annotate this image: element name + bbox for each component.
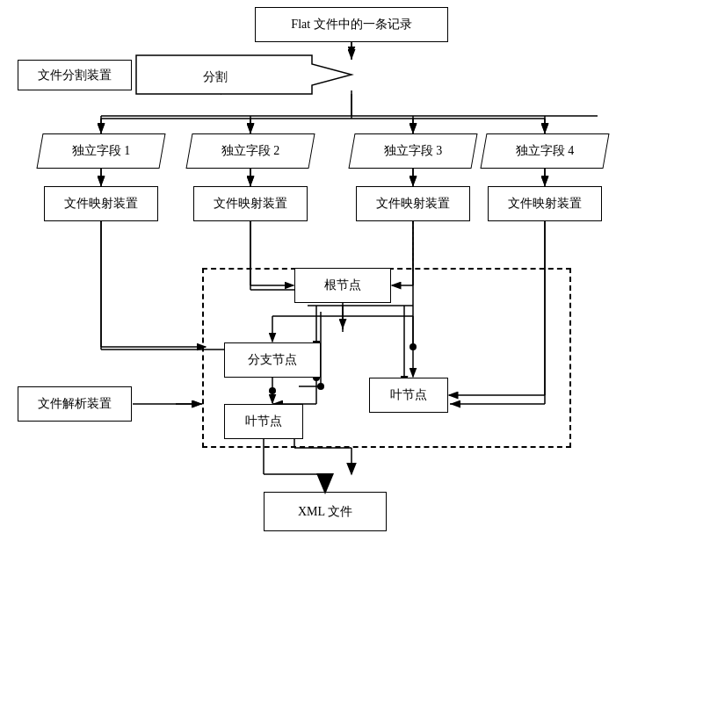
field1-box: 独立字段 1: [40, 133, 163, 169]
map-device4-label: 文件映射装置: [508, 196, 582, 212]
leaf-node2-label: 叶节点: [245, 414, 282, 429]
map-device3-box: 文件映射装置: [356, 186, 470, 221]
map-device1-box: 文件映射装置: [44, 186, 158, 221]
file-split-device-box: 文件分割装置: [18, 60, 132, 90]
root-node-label: 根节点: [324, 278, 361, 293]
leaf-node1-box: 叶节点: [369, 378, 448, 413]
field4-label: 独立字段 4: [516, 143, 575, 159]
field2-box: 独立字段 2: [189, 133, 312, 169]
leaf-node1-label: 叶节点: [390, 387, 427, 403]
field3-box: 独立字段 3: [352, 133, 475, 169]
flat-record-box: Flat 文件中的一条记录: [255, 7, 448, 42]
map-device4-box: 文件映射装置: [488, 186, 602, 221]
xml-file-box: XML 文件: [264, 492, 387, 531]
xml-file-label: XML 文件: [298, 504, 352, 520]
field4-box: 独立字段 4: [483, 133, 606, 169]
file-split-device-label: 文件分割装置: [38, 68, 112, 83]
map-device2-label: 文件映射装置: [214, 196, 287, 212]
branch-node-box: 分支节点: [224, 342, 321, 378]
map-device2-box: 文件映射装置: [193, 186, 308, 221]
field1-label: 独立字段 1: [72, 143, 131, 159]
field3-label: 独立字段 3: [384, 143, 443, 159]
map-device3-label: 文件映射装置: [376, 196, 450, 212]
leaf-node2-box: 叶节点: [224, 404, 303, 439]
flat-record-label: Flat 文件中的一条记录: [291, 17, 411, 32]
parse-device-label: 文件解析装置: [38, 396, 112, 412]
diagram-container: Flat 文件中的一条记录 文件分割装置 分割 独立字段 1 独立字段 2 独立…: [0, 0, 703, 728]
split-arrow: [136, 55, 242, 95]
branch-node-label: 分支节点: [248, 352, 297, 368]
root-node-box: 根节点: [294, 268, 391, 303]
field2-label: 独立字段 2: [221, 143, 280, 159]
map-device1-label: 文件映射装置: [64, 196, 138, 212]
parse-device-box: 文件解析装置: [18, 386, 132, 422]
